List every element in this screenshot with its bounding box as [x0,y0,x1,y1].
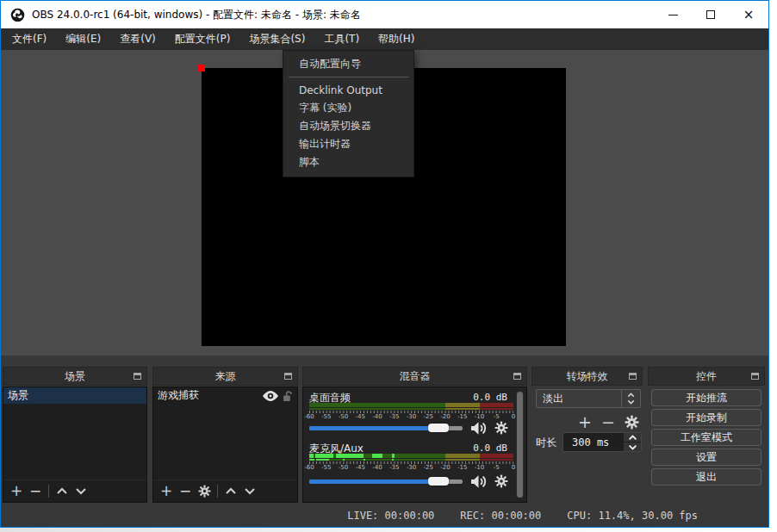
channel-controls [309,473,508,489]
scene-name: 场景 [8,388,28,403]
transition-select[interactable]: 淡出 [536,389,641,408]
transitions-panel: 淡出 + − [531,387,643,503]
volume-slider[interactable] [309,473,463,489]
remove-source-button[interactable]: − [176,482,195,501]
minimize-icon [668,15,678,15]
mixer-dock-header[interactable]: 混音器 [302,367,527,386]
mute-button[interactable] [469,474,488,489]
channel-settings-button[interactable] [494,421,508,435]
status-cpu-fps: CPU: 11.4%, 30.00 fps [567,510,698,522]
sources-dock-title: 来源 [215,369,236,384]
slider-handle[interactable] [428,424,449,432]
meter-active-segment [309,459,314,461]
add-transition-button[interactable]: + [575,412,594,431]
transitions-dock-header[interactable]: 转场特效 [531,367,643,386]
titlebar[interactable]: OBS 24.0.0-rc1 (64-bit, windows) - 配置文件:… [1,1,768,28]
control-button[interactable]: 开始推流 [651,389,761,406]
mute-button[interactable] [469,421,488,436]
source-list-item[interactable]: 游戏捕获 [153,387,297,404]
db-tick-label: -50 [339,464,348,471]
scrollbar-thumb[interactable] [517,392,523,498]
scene-list-item[interactable]: 场景 [3,387,146,404]
channel-settings-button[interactable] [494,474,508,488]
scene-up-button[interactable] [53,482,71,501]
slider-handle[interactable] [428,477,449,486]
add-scene-button[interactable]: + [7,482,26,501]
tools-menu-item[interactable]: 输出计时器 [283,135,413,153]
control-button[interactable]: 开始录制 [651,409,761,426]
dock-float-icon[interactable] [513,373,521,380]
db-tick-label: -20 [440,464,450,471]
minimize-button[interactable] [656,1,690,28]
menu-item[interactable]: 场景集合(S) [239,28,314,50]
transition-properties-button[interactable] [622,412,641,431]
db-tick-label: -50 [339,413,348,420]
db-scale: -60-55-50-45-40-35-30-25-20-15-10-50 [309,461,513,471]
scenes-dock-header[interactable]: 场景 [3,367,147,386]
close-button[interactable]: × [731,1,766,28]
control-button[interactable]: 设置 [651,448,761,466]
duration-increase-button[interactable] [624,433,641,442]
dock-float-icon[interactable] [751,373,759,380]
scene-down-button[interactable] [71,482,90,501]
mixer-scrollbar[interactable] [516,391,524,498]
control-button[interactable]: 工作室模式 [651,429,761,446]
dock-float-icon[interactable] [284,373,292,380]
db-tick-label: -35 [389,413,399,420]
source-down-button[interactable] [240,482,259,501]
tools-menu-item[interactable]: 脚本 [283,153,413,171]
combo-spinner[interactable] [621,390,640,407]
chevron-up-icon [627,393,635,398]
sources-dock-header[interactable]: 来源 [152,367,298,386]
scenes-dock: 场景 场景 + − [3,367,147,503]
tools-menu-item[interactable]: Decklink Output [283,81,413,99]
menu-item[interactable]: 查看(V) [110,28,165,50]
db-tick-label: -25 [424,464,433,471]
transitions-dock: 转场特效 淡出 + − [531,367,643,503]
meter-active-segment [315,454,333,458]
duration-label: 时长 [536,436,556,450]
dock-float-icon[interactable] [134,373,141,380]
menu-item[interactable]: 帮助(H) [369,28,424,50]
window-title: OBS 24.0.0-rc1 (64-bit, windows) - 配置文件:… [32,8,361,22]
control-button[interactable]: 退出 [651,468,761,486]
duration-decrease-button[interactable] [624,442,641,451]
tools-menu-item[interactable]: 字幕 (实验) [283,99,413,117]
close-icon: × [743,9,755,22]
db-tick-label: -10 [475,413,484,420]
db-tick-label: -10 [475,464,484,471]
menu-item[interactable]: 工具(T) [314,28,369,50]
speaker-icon [469,474,488,489]
tools-menu-item[interactable]: 自动配置向导 [283,55,413,73]
controls-dock-header[interactable]: 控件 [648,367,765,386]
volume-slider[interactable] [309,420,463,436]
menu-item[interactable]: 编辑(E) [56,28,110,50]
meter-active-segment [316,459,329,461]
dock-float-icon[interactable] [629,373,637,380]
chevron-down-icon [628,444,637,450]
source-up-button[interactable] [221,482,240,501]
source-name: 游戏捕获 [158,388,199,403]
lock-open-icon[interactable] [282,390,293,402]
meter-active-segment [364,459,365,461]
scenes-toolbar: + − [3,479,146,502]
source-selection-handle[interactable] [198,65,205,71]
menu-separator [289,77,408,77]
chevron-up-icon [628,435,637,441]
tools-menu-item[interactable]: 自动场景切换器 [283,117,413,135]
remove-transition-button[interactable]: − [599,412,618,431]
add-source-button[interactable]: + [157,482,176,501]
menu-item[interactable]: 文件(F) [3,28,56,50]
duration-spinbox[interactable]: 300 ms [563,432,642,452]
db-tick-label: -40 [372,413,382,420]
remove-scene-button[interactable]: − [26,482,45,501]
volume-meter [309,454,513,461]
volume-meter [309,403,513,410]
maximize-button[interactable] [693,1,728,28]
db-tick-label: -60 [304,413,314,420]
mixer-dock-title: 混音器 [400,369,431,384]
source-properties-button[interactable] [195,482,214,501]
menu-item[interactable]: 配置文件(P) [165,28,240,50]
visibility-eye-icon[interactable] [263,391,278,401]
toolbar-separator [217,485,218,498]
